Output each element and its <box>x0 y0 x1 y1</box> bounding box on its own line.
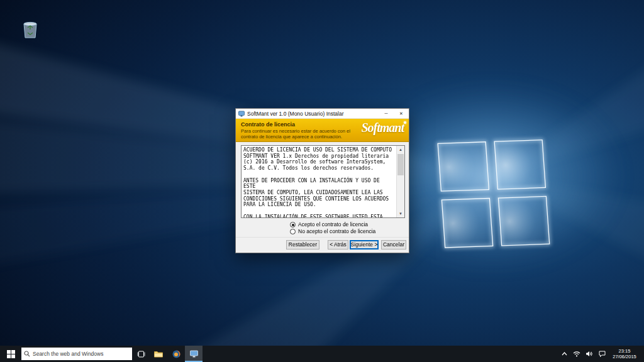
file-explorer-button[interactable] <box>150 346 167 362</box>
tray-overflow-button[interactable] <box>558 346 570 362</box>
action-center-button[interactable] <box>596 346 608 362</box>
radio-accept-label: Acepto el contrato de licencia <box>298 221 368 228</box>
windows-logo-icon <box>7 350 15 358</box>
start-button[interactable] <box>0 346 21 362</box>
scroll-up-icon[interactable]: ▲ <box>397 146 404 153</box>
next-button[interactable]: Siguiente > <box>350 240 379 250</box>
volume-button[interactable] <box>583 346 596 362</box>
back-button[interactable]: < Atrás <box>328 240 348 250</box>
close-button[interactable]: ✕ <box>394 109 409 119</box>
installer-window: SoftMant ver 1.0 (Mono Usuario) Instalar… <box>235 108 409 253</box>
license-text[interactable]: ACUERDO DE LICENCIA DE USO DEL SISTEMA D… <box>242 146 396 217</box>
task-view-button[interactable] <box>132 346 150 362</box>
radio-decline-license[interactable]: No acepto el contrato de licencia <box>290 228 375 234</box>
task-view-icon <box>137 351 145 358</box>
minimize-button[interactable]: ─ <box>379 109 394 119</box>
browser-icon <box>172 350 180 358</box>
installer-taskbar-icon <box>190 350 198 358</box>
installer-window-title: SoftMant ver 1.0 (Mono Usuario) Instalar <box>247 111 379 117</box>
network-icon <box>573 351 580 357</box>
browser-button[interactable] <box>167 346 185 362</box>
network-button[interactable] <box>570 346 583 362</box>
license-scrollbar[interactable]: ▲ ▼ <box>396 146 404 217</box>
scrollbar-thumb[interactable] <box>397 154 404 175</box>
installer-titlebar[interactable]: SoftMant ver 1.0 (Mono Usuario) Instalar… <box>236 109 409 119</box>
reset-button[interactable]: Restablecer <box>286 240 319 250</box>
search-icon <box>24 351 30 357</box>
desktop: SoftMant ver 1.0 (Mono Usuario) Instalar… <box>0 0 644 362</box>
taskbar-spacer <box>203 346 558 362</box>
taskbar-clock[interactable]: 23:15 27/06/2015 <box>608 346 641 362</box>
license-agreement-box: ACUERDO DE LICENCIA DE USO DEL SISTEMA D… <box>241 145 405 218</box>
radio-accept-dot[interactable] <box>290 222 296 228</box>
speaker-icon <box>586 351 593 357</box>
taskbar-search[interactable] <box>21 348 132 360</box>
cancel-button[interactable]: Cancelar <box>381 240 406 250</box>
radio-decline-label: No acepto el contrato de licencia <box>298 228 375 234</box>
scroll-down-icon[interactable]: ▼ <box>397 210 404 217</box>
header-subtitle: Para continuar es necesario estar de acu… <box>241 128 360 140</box>
logo-mark <box>404 121 406 124</box>
button-row-divider <box>236 237 409 238</box>
installer-app-icon <box>238 111 245 117</box>
action-center-icon <box>599 351 606 357</box>
recycle-bin-glyph <box>22 19 38 39</box>
softmant-logo: Softmant <box>361 121 404 135</box>
taskbar: 23:15 27/06/2015 <box>0 346 644 362</box>
system-tray: 23:15 27/06/2015 <box>558 346 644 362</box>
clock-date: 27/06/2015 <box>613 354 636 359</box>
recycle-bin-icon[interactable] <box>18 15 43 43</box>
chevron-up-icon <box>562 352 567 356</box>
search-input[interactable] <box>33 351 130 357</box>
installer-taskbar-button[interactable] <box>185 346 203 362</box>
file-explorer-icon <box>154 351 163 358</box>
clock-time: 23:15 <box>619 348 631 354</box>
radio-decline-dot[interactable] <box>290 229 296 234</box>
installer-header: Contrato de licencia Para continuar es n… <box>236 119 409 142</box>
radio-accept-license[interactable]: Acepto el contrato de licencia <box>290 221 368 228</box>
